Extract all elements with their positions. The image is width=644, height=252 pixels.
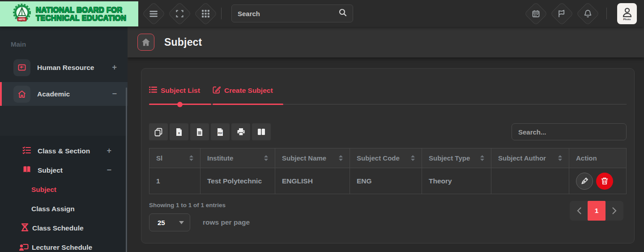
sidebar-item-class-assign[interactable]: Class Assign xyxy=(0,199,128,218)
cell-subject-code: ENG xyxy=(350,168,422,194)
global-search-box[interactable] xyxy=(231,4,353,22)
list-icon xyxy=(149,86,157,95)
cell-institute: Test Polytechnic xyxy=(200,168,275,194)
brand-name: NATIONAL BOARD FOR TECHNICAL EDUCATION xyxy=(36,6,126,22)
tab-label: Subject List xyxy=(161,87,200,95)
sidebar-item-class-section[interactable]: Class & Section + xyxy=(0,141,128,161)
content-area: Subject List Create Subject x xyxy=(128,57,644,252)
delete-button[interactable] xyxy=(596,173,613,190)
sort-icon[interactable] xyxy=(558,155,562,161)
sort-icon[interactable] xyxy=(480,155,484,161)
navbar-left-actions xyxy=(145,5,214,22)
subject-card: Subject List Create Subject x xyxy=(141,68,635,243)
sidebar-item-subject-group[interactable]: Subject − xyxy=(0,161,128,180)
rows-per-page-select[interactable]: 25 xyxy=(149,213,190,231)
tab-subject-list[interactable]: Subject List xyxy=(149,86,211,104)
top-navbar: NBTE NATIONAL BOARD FOR TECHNICAL EDUCAT… xyxy=(0,0,644,27)
lecturer-icon xyxy=(19,242,29,252)
edit-square-icon xyxy=(213,86,221,96)
sidebar-item-subject[interactable]: Subject xyxy=(0,180,128,199)
checklist-icon xyxy=(22,146,31,156)
export-copy-button[interactable] xyxy=(149,123,168,140)
sidebar-scrollbar[interactable] xyxy=(126,87,127,252)
sort-icon[interactable] xyxy=(339,155,343,161)
sort-icon[interactable] xyxy=(189,155,193,161)
human-resource-icon xyxy=(13,59,30,76)
next-page-button[interactable] xyxy=(606,201,623,221)
nbte-emblem-icon: NBTE xyxy=(12,4,32,24)
house-icon xyxy=(141,38,150,46)
table-controls: 25 rows per page xyxy=(149,213,627,231)
navbar-right-actions: Photo xyxy=(528,3,644,24)
copy-icon xyxy=(154,128,162,136)
navbar-divider xyxy=(606,8,607,19)
svg-text:NBTE: NBTE xyxy=(19,18,26,21)
table-search-input[interactable] xyxy=(512,123,627,140)
sidebar-item-label: Class Assign xyxy=(31,205,75,213)
edit-button[interactable] xyxy=(576,173,593,190)
cell-subject-type: Theory xyxy=(422,168,491,194)
export-csv-button[interactable] xyxy=(190,123,209,140)
bell-icon xyxy=(584,9,592,18)
user-avatar[interactable]: Photo xyxy=(617,3,637,24)
column-header-sl[interactable]: Sl xyxy=(149,148,200,168)
sidebar: Main Human Resource + Academic − Class &… xyxy=(0,27,128,252)
export-pdf-button[interactable]: PDF xyxy=(211,123,230,140)
app-window: NBTE NATIONAL BOARD FOR TECHNICAL EDUCAT… xyxy=(0,0,644,252)
fullscreen-button[interactable] xyxy=(168,2,191,25)
svg-text:x: x xyxy=(178,131,180,135)
reports-flag-button[interactable] xyxy=(550,2,573,25)
menu-toggle-button[interactable] xyxy=(142,2,165,25)
column-visibility-button[interactable] xyxy=(252,123,271,140)
sidebar-item-lecturer-schedule[interactable]: Lecturer Schedule xyxy=(0,238,128,252)
notifications-button[interactable] xyxy=(576,2,599,25)
sidebar-item-academic[interactable]: Academic − xyxy=(0,82,128,106)
trash-icon xyxy=(601,177,608,185)
home-icon xyxy=(13,86,30,103)
current-page-button[interactable]: 1 xyxy=(588,201,606,221)
subject-table: Sl Institute Subject Name Subject Code S… xyxy=(149,148,627,194)
brand-logo[interactable]: NBTE NATIONAL BOARD FOR TECHNICAL EDUCAT… xyxy=(0,1,138,26)
global-search-input[interactable] xyxy=(238,10,339,17)
sidebar-item-label: Human Resource xyxy=(37,64,94,72)
breadcrumb-home-button[interactable] xyxy=(137,34,154,51)
column-header-institute[interactable]: Institute xyxy=(200,148,275,168)
pen-nib-icon xyxy=(580,177,589,185)
column-header-subject-author[interactable]: Subject Author xyxy=(491,148,569,168)
column-header-subject-name[interactable]: Subject Name xyxy=(275,148,350,168)
person-icon xyxy=(621,6,633,18)
sidebar-item-label: Class & Section xyxy=(38,147,90,155)
flag-icon xyxy=(558,9,566,17)
hamburger-icon xyxy=(149,10,158,17)
chevron-left-icon xyxy=(577,207,581,214)
pagination: 1 xyxy=(570,201,623,221)
search-icon[interactable] xyxy=(339,9,347,18)
table-header-row: Sl Institute Subject Name Subject Code S… xyxy=(149,148,627,168)
print-button[interactable] xyxy=(231,123,250,140)
sidebar-item-class-schedule[interactable]: Class Schedule xyxy=(0,218,128,238)
excel-file-icon: x xyxy=(175,128,183,136)
page-title: Subject xyxy=(164,36,202,48)
pdf-file-icon: PDF xyxy=(217,128,224,136)
grid-icon xyxy=(202,10,209,17)
column-header-subject-type[interactable]: Subject Type xyxy=(422,148,491,168)
sort-icon[interactable] xyxy=(411,155,415,161)
avatar-label: Photo xyxy=(623,18,631,21)
sidebar-section-label: Main xyxy=(0,27,128,48)
sidebar-item-label: Lecturer Schedule xyxy=(32,243,92,252)
tab-create-subject[interactable]: Create Subject xyxy=(213,86,283,104)
sidebar-item-human-resource[interactable]: Human Resource + xyxy=(0,56,128,79)
page-header: Subject xyxy=(128,27,644,57)
rows-per-page-label: rows per page xyxy=(203,218,250,226)
column-header-subject-code[interactable]: Subject Code xyxy=(350,148,422,168)
calendar-button[interactable] xyxy=(524,2,547,25)
export-excel-button[interactable]: x xyxy=(170,123,188,140)
sort-icon[interactable] xyxy=(264,155,268,161)
fullscreen-icon xyxy=(176,10,183,17)
apps-grid-button[interactable] xyxy=(194,2,217,25)
cell-subject-author xyxy=(491,168,569,194)
tab-label: Create Subject xyxy=(224,87,273,95)
previous-page-button[interactable] xyxy=(570,201,588,221)
expand-plus-icon: + xyxy=(112,63,117,72)
book-icon xyxy=(22,165,31,175)
